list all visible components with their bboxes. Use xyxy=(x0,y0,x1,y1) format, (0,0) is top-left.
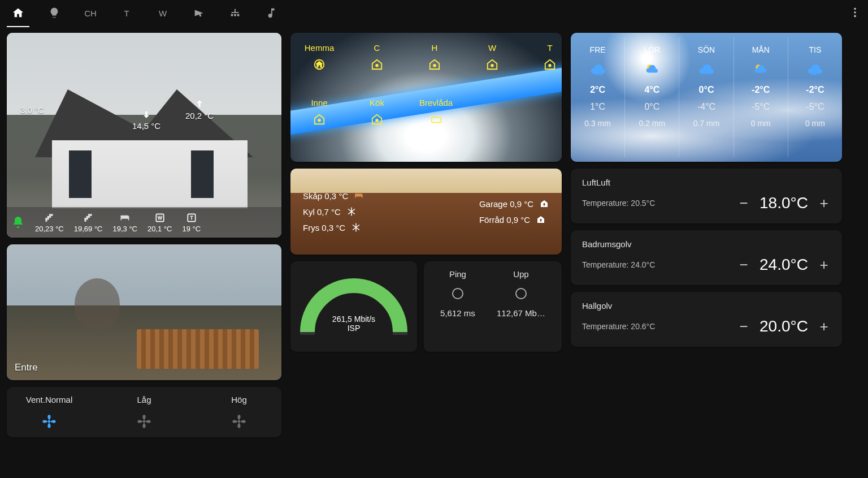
thermo-current: Temperature: 20.5°C xyxy=(582,199,655,208)
alarm-status-icon[interactable] xyxy=(11,216,25,229)
tab-music-icon[interactable] xyxy=(260,0,283,27)
temp-row: Frys 0,3 °C xyxy=(303,222,364,232)
thermo-decrease-button[interactable]: − xyxy=(737,256,750,274)
presence-t[interactable]: T xyxy=(535,43,562,71)
thermo-setpoint: 24.0°C xyxy=(758,256,809,274)
storage-temps-card[interactable]: Skåp 0,3 °C Kyl 0,7 °C Frys 0,3 °C Garag… xyxy=(290,169,562,255)
thermostat-badrumsgolv: Badrumsgolv Temperature: 24.0°C − 24.0°C… xyxy=(571,230,842,285)
thermo-setpoint: 18.0°C xyxy=(758,194,809,212)
floor-item[interactable]: 19,69 °C xyxy=(74,212,103,233)
thermostat-hallgolv: Hallgolv Temperature: 20.6°C − 20.0°C + xyxy=(571,292,842,347)
vent-high-button[interactable]: Hög xyxy=(214,395,264,429)
thermo-setpoint: 20.0°C xyxy=(758,317,809,335)
thermo-decrease-button[interactable]: − xyxy=(737,195,750,212)
bed-icon xyxy=(119,212,131,223)
thermo-increase-button[interactable]: + xyxy=(817,256,831,274)
tab-home[interactable] xyxy=(7,0,29,27)
weather-day: LÖR 4°C0°C0.2 mm xyxy=(624,37,679,157)
tab-lights-icon[interactable] xyxy=(43,0,66,27)
supply-temp: 20,2 °C xyxy=(185,98,214,120)
thermo-current: Temperature: 24.0°C xyxy=(582,260,655,269)
floor-temp-strip: 20,23 °C 19,69 °C 19,3 °C W20,1 °C T19 °… xyxy=(7,207,281,238)
floor-item[interactable]: 19,3 °C xyxy=(112,212,137,233)
svg-text:T: T xyxy=(190,215,193,221)
snowflake-icon xyxy=(351,222,361,232)
fan-icon xyxy=(41,414,57,429)
temp-row: Skåp 0,3 °C xyxy=(303,191,364,201)
floor-item[interactable]: W20,1 °C xyxy=(147,212,172,233)
gauge-label: 261,5 Mbit/s ISP xyxy=(300,315,407,333)
weather-rain-icon xyxy=(589,61,606,78)
weather-day: FRE 2°C1°C0.3 mm xyxy=(571,37,624,157)
thermo-current: Temperature: 20.6°C xyxy=(582,322,655,331)
weather-partly-icon xyxy=(644,61,661,78)
thermostat-luftluft: LuftLuft Temperature: 20.5°C − 18.0°C + xyxy=(571,169,842,223)
tab-ch[interactable]: CH xyxy=(79,0,102,27)
presence-brevlada[interactable]: Brevlåda xyxy=(419,98,453,126)
ping-stat: Ping 5,612 ms xyxy=(440,269,475,344)
weather-sunrain-icon xyxy=(752,61,769,78)
camera-label: Entre xyxy=(15,362,38,373)
gauge-icon xyxy=(514,287,528,300)
floor-item[interactable]: T19 °C xyxy=(183,212,201,233)
tab-t[interactable]: T xyxy=(115,0,138,27)
topbar: CH T W xyxy=(0,0,868,27)
network-stats-card[interactable]: Ping 5,612 ms Upp 112,67 Mb… xyxy=(424,261,562,352)
presence-c[interactable]: C xyxy=(362,43,392,71)
bed-icon xyxy=(354,191,364,201)
weather-day: TIS -2°C-5°C0 mm xyxy=(788,37,842,157)
home-icon xyxy=(544,58,556,71)
room-w-icon: W xyxy=(154,212,166,223)
tab-w[interactable]: W xyxy=(151,0,174,27)
home-icon xyxy=(313,113,326,126)
presence-h[interactable]: H xyxy=(419,43,450,71)
home-icon xyxy=(428,58,441,71)
fan-icon xyxy=(231,414,247,429)
tab-network-icon[interactable] xyxy=(224,0,246,27)
entre-camera-card[interactable]: Entre xyxy=(7,244,281,380)
home-icon xyxy=(371,113,383,126)
weather-forecast-card[interactable]: FRE 2°C1°C0.3 mm LÖR 4°C0°C0.2 mm SÖN 0°… xyxy=(571,33,842,162)
vent-low-button[interactable]: Låg xyxy=(119,395,170,429)
thermo-increase-button[interactable]: + xyxy=(817,195,831,212)
temp-row: Förråd 0,9 °C xyxy=(479,214,549,225)
fan-icon xyxy=(136,414,152,429)
vent-normal-button[interactable]: Vent.Normal xyxy=(24,395,75,429)
weather-cloud-icon xyxy=(698,61,715,78)
arrow-up-icon xyxy=(194,98,205,110)
weather-rain-icon xyxy=(806,61,823,78)
tab-camera-icon[interactable] xyxy=(188,0,210,27)
home-icon xyxy=(371,58,383,71)
stairs-icon xyxy=(44,212,55,223)
floor-item[interactable]: 20,23 °C xyxy=(35,212,64,233)
upload-stat: Upp 112,67 Mb… xyxy=(497,269,545,344)
mailbox-icon xyxy=(430,113,442,126)
presence-hemma[interactable]: Hemma xyxy=(304,43,335,71)
home-icon xyxy=(313,58,326,71)
exhaust-temp: 14,5 °C xyxy=(132,109,160,131)
stairs-icon xyxy=(83,212,94,223)
weather-day: SÖN 0°C-4°C0.7 mm xyxy=(679,37,733,157)
presence-kok[interactable]: Kök xyxy=(362,98,392,126)
home-icon xyxy=(486,58,498,71)
outdoor-temp: 3,0 °C xyxy=(20,105,44,115)
overflow-menu-icon[interactable] xyxy=(849,6,861,21)
house-up-icon xyxy=(536,214,546,225)
house-up-icon xyxy=(539,199,549,209)
presence-w[interactable]: W xyxy=(477,43,507,71)
presence-inne[interactable]: Inne xyxy=(304,98,335,126)
arrow-down-icon xyxy=(141,109,152,120)
thermo-decrease-button[interactable]: − xyxy=(737,318,750,335)
ventilation-card: Vent.Normal Låg Hög xyxy=(7,387,281,437)
gauge-icon xyxy=(451,287,465,300)
presence-card: Hemma C H W T Inne Kök Brevlåda xyxy=(290,33,562,162)
house-overview-card[interactable]: 3,0 °C 14,5 °C 20,2 °C 20,23 °C 19,69 °C… xyxy=(7,33,281,238)
temp-row: Garage 0,9 °C xyxy=(479,199,549,209)
isp-gauge-card[interactable]: 261,5 Mbit/s ISP xyxy=(290,261,417,352)
snowflake-icon xyxy=(346,206,357,217)
thermo-increase-button[interactable]: + xyxy=(817,318,831,335)
temp-row: Kyl 0,7 °C xyxy=(303,206,364,217)
svg-text:W: W xyxy=(158,215,162,221)
room-t-icon: T xyxy=(186,212,197,223)
weather-day: MÅN -2°C-5°C0 mm xyxy=(734,37,788,157)
